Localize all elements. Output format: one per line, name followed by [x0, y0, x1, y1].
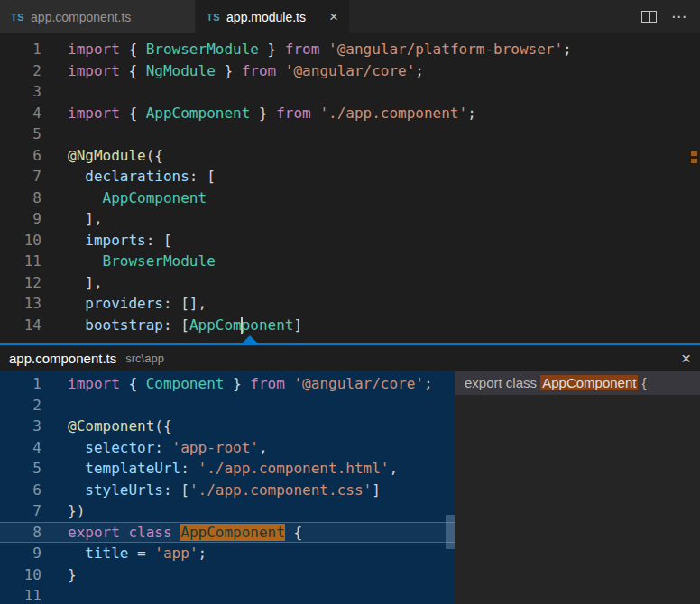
code-line[interactable]: 6 styleUrls: ['./app.component.css'] — [0, 480, 455, 501]
code-token: AppCom — [189, 316, 242, 334]
reference-list-item[interactable]: export class AppComponent { — [455, 371, 700, 395]
code-token: class — [128, 524, 171, 541]
line-number: 9 — [0, 208, 41, 230]
code-line[interactable]: 7 declarations: [ — [0, 166, 700, 188]
line-number: 5 — [0, 458, 41, 480]
code-token: { — [120, 375, 146, 392]
code-token — [276, 62, 285, 79]
tab-app-module-ts[interactable]: TS app.module.ts × — [196, 0, 349, 33]
code-token: : [ — [163, 316, 189, 334]
code-line[interactable]: 11 — [0, 585, 455, 604]
code-token: : — [180, 460, 198, 477]
split-editor-icon[interactable] — [641, 11, 657, 23]
code-token: { — [120, 41, 146, 58]
code-token: : [ — [163, 481, 189, 499]
code-token — [68, 439, 85, 456]
code-token: : — [154, 439, 171, 456]
code-token — [68, 232, 85, 249]
code-token: declarations — [85, 168, 189, 185]
code-token — [311, 105, 320, 122]
peek-body: 1import { Component } from '@angular/cor… — [0, 371, 700, 604]
code-token: ; — [198, 545, 207, 562]
code-token — [319, 41, 328, 58]
code-token: bootstrap — [85, 316, 163, 334]
typescript-file-icon: TS — [11, 12, 24, 23]
code-line[interactable]: 9 title = 'app'; — [0, 543, 455, 564]
peek-header: app.component.ts src\app × — [0, 345, 700, 371]
code-token — [68, 545, 85, 562]
code-line[interactable]: 7}) — [0, 500, 455, 522]
code-line[interactable]: 13 providers: [], — [0, 293, 700, 315]
code-line[interactable]: 2 — [0, 395, 455, 416]
code-token: BrowserModule — [103, 252, 216, 270]
line-number: 6 — [0, 480, 41, 501]
tab-label: app.component.ts — [31, 10, 131, 24]
editor-lines: 1import { BrowserModule } from '@angular… — [0, 39, 700, 335]
peek-editor-scrollbar[interactable] — [446, 515, 455, 549]
code-line[interactable]: 8 AppComponent — [0, 188, 700, 209]
code-token: } — [250, 105, 276, 122]
code-token: ({ — [154, 417, 171, 435]
tab-app-component-ts[interactable]: TS app.component.ts — [0, 0, 196, 33]
line-number: 2 — [0, 60, 41, 82]
line-number: 14 — [0, 315, 41, 336]
code-token: @NgModule — [68, 147, 146, 164]
code-line[interactable]: 4 selector: 'app-root', — [0, 437, 455, 459]
reference-match-highlight: AppComponent — [540, 375, 638, 390]
peek-editor: 1import { Component } from '@angular/cor… — [0, 371, 455, 604]
code-token: 'app' — [154, 545, 198, 562]
line-number: 2 — [0, 395, 41, 416]
code-token: styleUrls — [85, 481, 163, 499]
code-text: AppComponent — [68, 188, 207, 209]
code-line[interactable]: 1import { Component } from '@angular/cor… — [0, 373, 455, 395]
code-token: '@angular/core' — [293, 375, 424, 392]
code-token: , — [259, 439, 268, 456]
code-line[interactable]: 14 bootstrap: [AppComponent] — [0, 315, 700, 336]
code-token: ], — [68, 274, 103, 291]
code-line[interactable]: 5 — [0, 124, 700, 145]
code-line[interactable]: 10} — [0, 564, 455, 586]
code-line[interactable]: 11 BrowserModule — [0, 251, 700, 272]
code-token: ; — [424, 375, 433, 392]
peek-file-title: app.component.ts — [9, 351, 116, 366]
code-token: AppComponent — [103, 189, 207, 206]
code-line[interactable]: 2import { NgModule } from '@angular/core… — [0, 60, 700, 82]
code-token — [68, 460, 85, 477]
line-number: 3 — [0, 81, 41, 103]
code-line[interactable]: 12 ], — [0, 272, 700, 294]
code-line[interactable]: 8export class AppComponent { — [0, 522, 455, 544]
code-line[interactable]: 9 ], — [0, 208, 700, 230]
code-line[interactable]: 3@Component({ — [0, 416, 455, 437]
code-token: ; — [415, 62, 424, 79]
line-number: 9 — [0, 543, 41, 564]
code-token: from — [276, 105, 311, 122]
code-line[interactable]: 10 imports: [ — [0, 230, 700, 252]
code-line[interactable]: 3 — [0, 81, 700, 103]
code-token: { — [285, 524, 302, 541]
code-token — [68, 295, 85, 312]
code-token: { — [120, 105, 146, 122]
code-line[interactable]: 1import { BrowserModule } from '@angular… — [0, 39, 700, 60]
code-text: } — [68, 564, 77, 586]
code-token: ; — [467, 105, 476, 122]
more-actions-icon[interactable]: ⋯ — [671, 9, 687, 24]
code-text: bootstrap: [AppComponent] — [68, 315, 302, 336]
code-text: import { NgModule } from '@angular/core'… — [68, 60, 424, 82]
code-token — [68, 316, 85, 334]
code-line[interactable]: 5 templateUrl: './app.component.html', — [0, 458, 455, 480]
code-text: export class AppComponent { — [68, 522, 302, 544]
code-line[interactable]: 6@NgModule({ — [0, 145, 700, 167]
code-line[interactable]: 4import { AppComponent } from './app.com… — [0, 103, 700, 124]
line-number: 13 — [0, 293, 41, 315]
code-token — [120, 524, 129, 541]
code-token: : [ — [146, 232, 172, 249]
close-peek-icon[interactable]: × — [681, 350, 691, 367]
code-token: AppComponent — [180, 524, 285, 541]
code-token: ], — [68, 210, 103, 227]
code-text: templateUrl: './app.component.html', — [68, 458, 398, 480]
code-token: { — [120, 62, 146, 79]
code-token: export — [68, 524, 120, 541]
overview-ruler-mark — [691, 151, 697, 156]
code-token: } — [68, 566, 77, 583]
close-tab-icon[interactable]: × — [329, 9, 338, 24]
